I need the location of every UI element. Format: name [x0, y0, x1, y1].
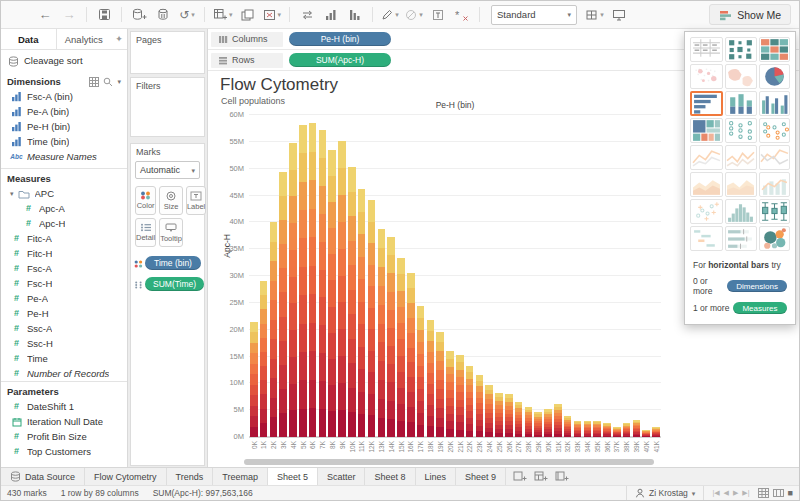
showme-area-continuous[interactable]: [690, 172, 723, 197]
sheet-tab-flow-cytometry[interactable]: Flow Cytometry: [85, 468, 167, 485]
bar-8k[interactable]: [328, 150, 336, 437]
add-datasource-icon[interactable]: [127, 5, 151, 25]
pill-sum-apc-h[interactable]: SUM(Apc-H): [289, 53, 391, 67]
bar-15k[interactable]: [397, 258, 405, 437]
pause-updates-icon[interactable]: [151, 5, 175, 25]
showme-filled-map[interactable]: [725, 64, 757, 89]
measure-time[interactable]: #Time: [1, 351, 127, 366]
showme-area-discrete[interactable]: [725, 172, 757, 197]
marks-button-label[interactable]: Label: [186, 186, 206, 215]
bar-35k[interactable]: [593, 421, 601, 437]
dimension-time-bin-[interactable]: Time (bin): [1, 134, 127, 149]
save-icon[interactable]: [92, 5, 116, 25]
bar-13k[interactable]: [378, 229, 386, 437]
bar-30k[interactable]: [544, 409, 552, 437]
bar-31k[interactable]: [554, 404, 562, 437]
bar-38k[interactable]: [623, 423, 631, 437]
sheet-tab-data-source[interactable]: Data Source: [1, 468, 85, 485]
bar-1k[interactable]: [260, 281, 268, 437]
swap-axes-icon[interactable]: [295, 5, 319, 25]
showme-treemap[interactable]: [690, 118, 723, 143]
bar-7k[interactable]: [319, 130, 327, 438]
datasource-item[interactable]: Cleavage sort: [1, 50, 127, 72]
showme-packed-bubbles[interactable]: [759, 226, 791, 251]
parameter-top-customers[interactable]: #Top Customers: [1, 444, 127, 459]
showme-dual-lines[interactable]: [759, 145, 791, 170]
clear-sheet-icon[interactable]: ▾: [260, 5, 285, 25]
user-menu[interactable]: Zi Krostag ▾: [626, 486, 704, 501]
measure-fsc-h[interactable]: #Fsc-H: [1, 276, 127, 291]
bar-18k[interactable]: [427, 320, 435, 437]
text-label-icon[interactable]: [426, 5, 450, 25]
sheet-tab-trends[interactable]: Trends: [167, 468, 214, 485]
marks-button-color[interactable]: Color: [135, 186, 156, 215]
parameter-dateshift-1[interactable]: #DateShift 1: [1, 399, 127, 414]
chevron-down-icon[interactable]: ▾: [117, 78, 121, 85]
bar-33k[interactable]: [574, 421, 582, 437]
next-sheet-icon[interactable]: ▶: [733, 489, 738, 497]
tab-analytics[interactable]: Analytics: [57, 29, 112, 49]
sheet-view-icon[interactable]: ■: [788, 488, 793, 498]
marks-button-tooltip[interactable]: Tooltip: [159, 218, 183, 247]
measure-apc-h[interactable]: #Apc-H: [1, 216, 127, 231]
showme-text-table[interactable]: [690, 37, 723, 62]
bar-14k[interactable]: [387, 237, 395, 437]
bar-2k[interactable]: [270, 222, 278, 437]
marks-pill-sum-time-[interactable]: SUM(Time): [145, 277, 204, 291]
bar-26k[interactable]: [505, 394, 513, 437]
measure-pe-h[interactable]: #Pe-H: [1, 306, 127, 321]
showme-lines-discrete[interactable]: [725, 145, 757, 170]
bar-24k[interactable]: [485, 385, 493, 437]
measure-apc-a[interactable]: #Apc-A: [1, 201, 127, 216]
showme-lines-continuous[interactable]: [690, 145, 723, 170]
sort-descending-icon[interactable]: [343, 5, 367, 25]
bar-21k[interactable]: [456, 355, 464, 437]
filters-shelf[interactable]: Filters: [130, 77, 205, 137]
measure-ssc-a[interactable]: #Ssc-A: [1, 321, 127, 336]
bar-32k[interactable]: [564, 416, 572, 437]
previous-sheet-icon[interactable]: ◀: [724, 489, 729, 497]
sheet-tab-sheet-8[interactable]: Sheet 8: [365, 468, 415, 485]
showme-stacked-bars[interactable]: [725, 91, 757, 116]
cell-size-icon[interactable]: ▾: [583, 5, 607, 25]
pill-pe-h-bin[interactable]: Pe-H (bin): [289, 32, 391, 46]
showme-box-and-whisker[interactable]: [759, 199, 791, 224]
bar-16k[interactable]: [407, 273, 415, 437]
measure-apc[interactable]: ▾APC: [1, 186, 127, 201]
measure-fitc-a[interactable]: #Fitc-A: [1, 231, 127, 246]
back-icon[interactable]: ←: [33, 5, 57, 25]
new-story-tab-icon[interactable]: [555, 471, 569, 482]
bar-40k[interactable]: [642, 430, 650, 438]
dimension-pe-a-bin-[interactable]: Pe-A (bin): [1, 104, 127, 119]
auto-update-icon[interactable]: ↺▾: [175, 5, 199, 25]
bar-5k[interactable]: [299, 125, 307, 437]
dimension-pe-h-bin-[interactable]: Pe-H (bin): [1, 119, 127, 134]
bar-23k[interactable]: [476, 375, 484, 437]
measure-ssc-h[interactable]: #Ssc-H: [1, 336, 127, 351]
first-sheet-icon[interactable]: |◀: [712, 489, 719, 497]
show-me-button[interactable]: Show Me: [709, 4, 791, 25]
bar-17k[interactable]: [417, 306, 425, 437]
filmstrip-view-icon[interactable]: [773, 488, 784, 499]
bar-41k[interactable]: [652, 427, 660, 437]
last-sheet-icon[interactable]: ▶|: [742, 489, 749, 497]
grid-icon[interactable]: [89, 76, 99, 87]
bar-10k[interactable]: [348, 167, 356, 437]
bar-39k[interactable]: [633, 420, 641, 437]
showme-highlight-table[interactable]: [759, 37, 791, 62]
highlight-icon[interactable]: ▾: [378, 5, 402, 25]
marks-button-detail[interactable]: Detail: [135, 218, 156, 247]
sheet-tab-sheet-9[interactable]: Sheet 9: [456, 468, 506, 485]
new-dashboard-tab-icon[interactable]: [534, 471, 548, 482]
marks-button-size[interactable]: Size: [159, 186, 183, 215]
mark-type-dropdown[interactable]: Automatic ▾: [135, 161, 200, 179]
showme-bullet-graph[interactable]: [725, 226, 757, 251]
bar-28k[interactable]: [525, 407, 533, 437]
dimension-measure-names[interactable]: AbcMeasure Names: [1, 149, 127, 164]
sort-ascending-icon[interactable]: [319, 5, 343, 25]
pin-icon[interactable]: ✦: [111, 29, 127, 49]
bar-36k[interactable]: [603, 423, 611, 437]
measure-fsc-a[interactable]: #Fsc-A: [1, 261, 127, 276]
bar-3k[interactable]: [279, 172, 287, 437]
bar-25k[interactable]: [495, 393, 503, 437]
